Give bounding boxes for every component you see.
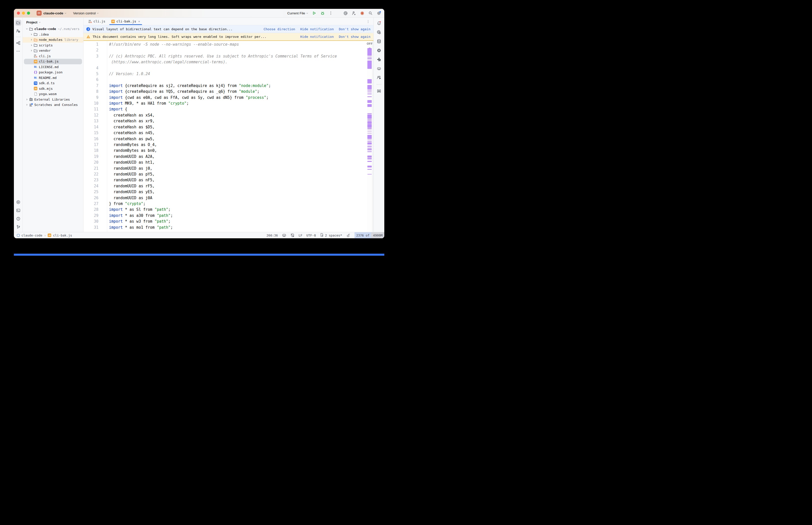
project-menu[interactable]: claude-code: [43, 11, 67, 15]
chevron-right-icon[interactable]: [29, 39, 33, 41]
line-number[interactable]: 6: [84, 77, 99, 83]
project-panel-header[interactable]: Project: [23, 18, 83, 26]
chevron-right-icon[interactable]: [25, 104, 29, 106]
minimize-window-button[interactable]: [22, 12, 25, 15]
line-number[interactable]: 25: [84, 189, 99, 195]
breadcrumb-project[interactable]: claude-code: [21, 234, 42, 237]
people-question-icon[interactable]: ?: [15, 28, 21, 34]
database-icon[interactable]: [376, 38, 382, 44]
tab-cli-js[interactable]: 100JScli.js: [86, 18, 108, 25]
services-icon[interactable]: [15, 199, 21, 205]
tree-item-claude-code[interactable]: claude-code~/.nvm/vers: [23, 26, 83, 32]
breadcrumb-file[interactable]: cli-bak.js: [53, 234, 72, 237]
line-number[interactable]: 26: [84, 195, 99, 201]
search-icon[interactable]: [368, 11, 373, 16]
chevron-right-icon[interactable]: [29, 44, 33, 46]
notification-link-don-t-show-again[interactable]: Don't show again: [339, 27, 370, 31]
highlighting-off-label[interactable]: OFF: [367, 42, 373, 45]
tree-item--idea[interactable]: .idea: [23, 32, 83, 37]
line-number[interactable]: 1: [84, 42, 99, 47]
line-number[interactable]: 27: [84, 201, 99, 207]
project-folder-icon[interactable]: [15, 20, 21, 26]
chevron-right-icon[interactable]: [29, 33, 33, 35]
line-number[interactable]: 31: [84, 225, 99, 230]
line-number[interactable]: 29: [84, 213, 99, 219]
more-horizontal-icon[interactable]: [15, 48, 21, 54]
line-number[interactable]: 8: [84, 89, 99, 94]
settings-icon[interactable]: [376, 11, 381, 16]
x-circle-icon[interactable]: [376, 47, 382, 54]
git-branch-icon[interactable]: [15, 224, 21, 230]
chevron-down-icon[interactable]: [25, 28, 29, 30]
line-number[interactable]: 15: [84, 130, 99, 136]
line-number[interactable]: 4: [84, 65, 99, 71]
terminal-icon[interactable]: [15, 207, 21, 213]
line-number[interactable]: 10: [84, 101, 99, 106]
run-configuration-selector[interactable]: Current File: [287, 11, 308, 15]
tree-item-cli-js[interactable]: 100JScli.js: [23, 54, 83, 59]
tab-options-icon[interactable]: ⋮: [363, 18, 373, 25]
tree-item-sdk-mjs[interactable]: JSsdk.mjs: [23, 86, 83, 92]
line-number[interactable]: 17: [84, 142, 99, 148]
line-number[interactable]: 16: [84, 136, 99, 142]
ai-chat-icon[interactable]: [376, 29, 382, 35]
tree-item-package-json[interactable]: {}package.json: [23, 70, 83, 75]
line-number[interactable]: [84, 59, 99, 65]
notification-link-hide-notification[interactable]: Hide notification: [300, 27, 334, 31]
notifications-bell-icon[interactable]: [376, 20, 382, 26]
indent-widget[interactable]: 2 spaces*: [320, 233, 342, 238]
line-number[interactable]: 30: [84, 219, 99, 224]
scrollbar-track[interactable]: [372, 41, 373, 232]
debug-icon[interactable]: [320, 11, 325, 16]
line-number[interactable]: 18: [84, 148, 99, 153]
tree-item-scripts[interactable]: scripts: [23, 43, 83, 48]
lock-open-icon[interactable]: [346, 234, 350, 237]
tree-item-license-md[interactable]: M↓LICENSE.md: [23, 64, 83, 70]
line-number[interactable]: 11: [84, 106, 99, 112]
close-window-button[interactable]: [17, 12, 20, 15]
users-chat-icon[interactable]: [376, 75, 382, 81]
code-editor[interactable]: 1#!/usr/bin/env -S node --no-warnings --…: [84, 41, 367, 232]
chevron-right-icon[interactable]: [25, 98, 29, 101]
run-icon[interactable]: [312, 11, 317, 16]
notification-link-don-t-show-again[interactable]: Don't show again: [339, 35, 370, 39]
line-number[interactable]: 5: [84, 71, 99, 77]
claude-asterisk-icon[interactable]: [359, 11, 365, 16]
line-number[interactable]: 12: [84, 112, 99, 118]
structure-icon[interactable]: [15, 40, 21, 46]
line-number[interactable]: 21: [84, 166, 99, 171]
tree-item-cli-bak-js[interactable]: JScli-bak.js: [24, 59, 82, 64]
tree-item-vendor[interactable]: vendor: [23, 48, 83, 54]
line-number[interactable]: 20: [84, 160, 99, 165]
tree-item-sdk-d-ts[interactable]: TSsdk.d.ts: [23, 80, 83, 86]
extensions-icon[interactable]: [376, 57, 382, 62]
line-number[interactable]: 22: [84, 171, 99, 177]
tab-cli-bak-js[interactable]: JScli-bak.js×: [108, 18, 143, 25]
line-number[interactable]: 3: [84, 54, 99, 59]
problems-icon[interactable]: [15, 215, 21, 222]
line-separator-widget[interactable]: LF: [298, 234, 302, 237]
line-number[interactable]: 13: [84, 118, 99, 124]
memory-indicator[interactable]: 2376 of 4900M: [355, 232, 384, 238]
tree-item-yoga-wasm[interactable]: yoga.wasm: [23, 91, 83, 97]
inspections-off-icon[interactable]: [291, 233, 294, 237]
caret-position-widget[interactable]: 266:36: [266, 234, 278, 237]
tree-item-node-modules[interactable]: node_moduleslibrary: [23, 37, 83, 43]
line-number[interactable]: 19: [84, 154, 99, 160]
encoding-widget[interactable]: UTF-8: [306, 234, 316, 237]
chevron-right-icon[interactable]: [29, 49, 33, 52]
line-number[interactable]: 24: [84, 183, 99, 189]
tree-item-external-libraries[interactable]: External Libraries: [23, 97, 83, 102]
tree-item-readme-md[interactable]: M↓README.md: [23, 75, 83, 81]
line-number[interactable]: 28: [84, 207, 99, 213]
copilot-status-icon[interactable]: [282, 233, 286, 238]
robot-icon[interactable]: [376, 65, 382, 72]
line-number[interactable]: 23: [84, 177, 99, 183]
add-user-icon[interactable]: [351, 11, 356, 16]
at-mention-icon[interactable]: [343, 11, 348, 16]
tree-item-scratches-and-consoles[interactable]: Scratches and Consoles: [23, 102, 83, 108]
close-tab-icon[interactable]: ×: [138, 19, 140, 23]
notification-link-choose-direction[interactable]: Choose direction: [263, 27, 295, 31]
zoom-window-button[interactable]: [27, 12, 30, 15]
line-number[interactable]: 7: [84, 83, 99, 89]
